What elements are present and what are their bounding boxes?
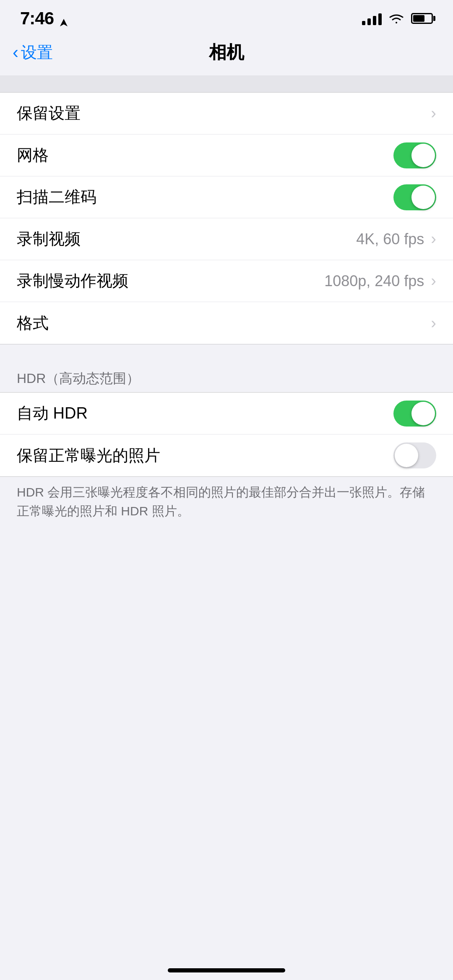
status-icons <box>362 12 433 25</box>
scan-qr-right <box>393 184 436 210</box>
nav-bar: ‹ 设置 相机 <box>0 34 453 75</box>
location-icon <box>59 18 68 27</box>
camera-settings-group: 保留设置 › 网格 扫描二维码 录制视频 4K, 60 fps › 录制慢动作视… <box>0 92 453 344</box>
wifi-icon <box>388 13 404 24</box>
record-video-label: 录制视频 <box>17 228 81 250</box>
back-chevron-icon: ‹ <box>13 44 18 61</box>
keep-normal-exposure-toggle[interactable] <box>393 442 436 468</box>
hdr-header-text: HDR（高动态范围） <box>17 371 140 386</box>
record-slow-motion-right: 1080p, 240 fps › <box>324 272 436 290</box>
record-video-value: 4K, 60 fps <box>356 230 424 248</box>
hdr-section-header: HDR（高动态范围） <box>0 361 453 392</box>
back-button[interactable]: ‹ 设置 <box>13 42 53 63</box>
auto-hdr-row: 自动 HDR <box>0 393 453 434</box>
grid-right <box>393 142 436 168</box>
preserve-settings-row[interactable]: 保留设置 › <box>0 93 453 134</box>
keep-normal-exposure-right <box>393 442 436 468</box>
grid-toggle[interactable] <box>393 142 436 168</box>
keep-normal-exposure-row: 保留正常曝光的照片 <box>0 434 453 476</box>
hdr-footer-text: HDR 会用三张曝光程度各不相同的照片的最佳部分合并出一张照片。存储正常曝光的照… <box>17 485 425 518</box>
format-right: › <box>431 314 436 332</box>
auto-hdr-toggle-thumb <box>411 402 435 425</box>
status-bar: 7:46 <box>0 0 453 34</box>
hdr-settings-group: 自动 HDR 保留正常曝光的照片 <box>0 392 453 477</box>
auto-hdr-label: 自动 HDR <box>17 403 88 424</box>
signal-icon <box>362 12 382 25</box>
auto-hdr-toggle[interactable] <box>393 401 436 427</box>
scan-qr-label: 扫描二维码 <box>17 186 96 208</box>
record-video-row[interactable]: 录制视频 4K, 60 fps › <box>0 218 453 260</box>
record-slow-motion-chevron-icon: › <box>431 272 436 290</box>
scan-qr-row: 扫描二维码 <box>0 176 453 218</box>
preserve-settings-chevron-icon: › <box>431 104 436 122</box>
gap-section-1 <box>0 344 453 361</box>
format-row[interactable]: 格式 › <box>0 302 453 344</box>
grid-row: 网格 <box>0 134 453 176</box>
keep-normal-exposure-toggle-thumb <box>395 444 418 467</box>
page-title: 相机 <box>209 41 244 64</box>
preserve-settings-label: 保留设置 <box>17 103 81 124</box>
svg-marker-0 <box>60 19 68 26</box>
status-time: 7:46 <box>20 8 54 28</box>
auto-hdr-right <box>393 401 436 427</box>
record-slow-motion-value: 1080p, 240 fps <box>324 272 424 290</box>
status-time-area: 7:46 <box>20 8 68 28</box>
format-chevron-icon: › <box>431 314 436 332</box>
bottom-space <box>0 533 453 868</box>
record-video-right: 4K, 60 fps › <box>356 230 436 248</box>
battery-icon <box>411 13 433 24</box>
preserve-settings-right: › <box>431 104 436 122</box>
keep-normal-exposure-label: 保留正常曝光的照片 <box>17 445 160 466</box>
record-slow-motion-row[interactable]: 录制慢动作视频 1080p, 240 fps › <box>0 260 453 302</box>
record-slow-motion-label: 录制慢动作视频 <box>17 270 128 292</box>
record-video-chevron-icon: › <box>431 230 436 248</box>
grid-label: 网格 <box>17 145 49 166</box>
scan-qr-toggle[interactable] <box>393 184 436 210</box>
top-section-separator <box>0 75 453 92</box>
scan-qr-toggle-thumb <box>411 186 435 209</box>
hdr-section-footer: HDR 会用三张曝光程度各不相同的照片的最佳部分合并出一张照片。存储正常曝光的照… <box>0 477 453 533</box>
grid-toggle-thumb <box>411 144 435 167</box>
back-label: 设置 <box>21 42 53 63</box>
home-indicator <box>168 968 285 972</box>
format-label: 格式 <box>17 313 49 334</box>
